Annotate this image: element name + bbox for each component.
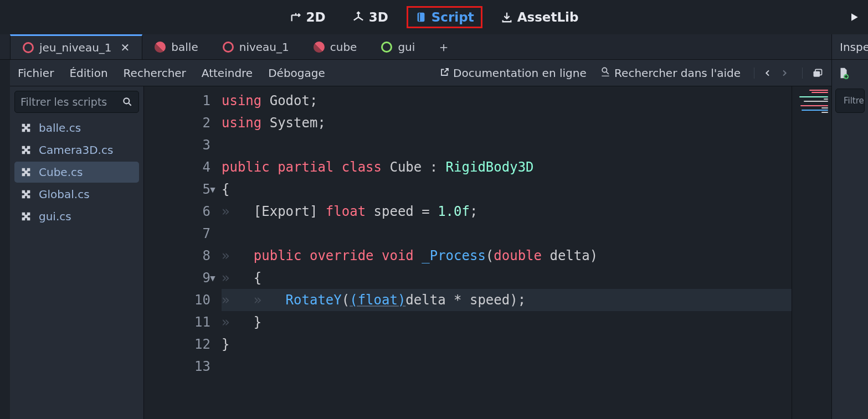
download-icon <box>501 11 513 23</box>
menu-file[interactable]: Fichier <box>18 66 54 80</box>
script-filter-input[interactable]: Filtrer les scripts <box>14 91 139 113</box>
script-sidebar: Filtrer les scripts balle.csCamera3D.csC… <box>10 86 144 419</box>
inspector-panel: Inspe Filtre <box>831 34 868 419</box>
inspector-filter-placeholder: Filtre <box>844 96 864 106</box>
minimap[interactable] <box>792 86 831 419</box>
svg-point-1 <box>602 68 607 72</box>
axes-3d-icon <box>352 11 364 23</box>
workspace-2d-label: 2D <box>306 10 326 24</box>
workspace-3d-button[interactable]: 3D <box>344 6 397 28</box>
scene-tabstrip: jeu_niveau_1 ✕ balle niveau_1 cube gui ＋ <box>0 34 868 60</box>
node-icon <box>381 42 392 53</box>
svg-point-4 <box>124 98 129 104</box>
history-back-button[interactable] <box>763 68 772 79</box>
node-icon <box>223 42 234 53</box>
code-editor[interactable]: 12345678910111213 ▾▾ using Godot;using S… <box>144 86 831 419</box>
svg-rect-2 <box>814 71 820 76</box>
scene-tab-label: gui <box>398 40 415 54</box>
add-scene-tab-button[interactable]: ＋ <box>427 34 460 59</box>
workspace-script-button[interactable]: Script <box>407 6 482 28</box>
workspace-bar: 2D 3D Script AssetLib <box>0 0 868 34</box>
scene-tab-gui[interactable]: gui <box>369 34 427 59</box>
code-line[interactable] <box>222 223 792 245</box>
stacked-windows-icon <box>811 68 824 79</box>
workspace-script-label: Script <box>432 10 474 24</box>
search-help-button[interactable]: Rechercher dans l'aide <box>600 66 741 80</box>
node-icon <box>23 42 34 53</box>
chevron-left-icon <box>763 68 772 79</box>
docs-online-button[interactable]: Documentation en ligne <box>440 66 587 80</box>
code-line[interactable]: » [Export] float speed = 1.0f; <box>222 200 792 223</box>
script-list-item-label: Global.cs <box>39 188 90 201</box>
workspace-2d-button[interactable]: 2D <box>281 6 334 28</box>
script-list-item-label: gui.cs <box>39 210 71 223</box>
csharp-script-icon <box>20 144 32 156</box>
svg-rect-0 <box>417 13 424 22</box>
code-line[interactable]: » public override void _Process(double d… <box>222 245 792 267</box>
sphere-icon <box>314 42 325 53</box>
code-line[interactable]: » } <box>222 311 792 333</box>
code-line[interactable] <box>222 355 792 377</box>
script-list-item-label: Cube.cs <box>39 165 83 179</box>
script-list-item[interactable]: Global.cs <box>14 184 139 205</box>
scene-tab-label: cube <box>330 40 357 54</box>
workspace-assetlib-button[interactable]: AssetLib <box>492 6 587 28</box>
script-menubar: Fichier Édition Rechercher Atteindre Déb… <box>10 60 831 86</box>
play-button[interactable] <box>844 7 865 28</box>
search-help-label: Rechercher dans l'aide <box>614 66 741 80</box>
sphere-icon <box>155 42 166 53</box>
scene-tab-niveau-1[interactable]: niveau_1 <box>210 34 301 59</box>
csharp-script-icon <box>20 166 32 178</box>
workspace-assetlib-label: AssetLib <box>517 10 579 24</box>
script-icon <box>415 11 427 23</box>
scene-tab-label: jeu_niveau_1 <box>39 41 112 54</box>
external-link-icon <box>440 67 450 77</box>
doc-search-icon <box>600 66 611 77</box>
code-line[interactable]: { <box>222 178 792 200</box>
fold-column: ▾▾ <box>206 90 219 377</box>
inspector-tab-label: Inspe <box>840 40 868 54</box>
file-plus-icon <box>838 66 850 80</box>
script-list-item[interactable]: Camera3D.cs <box>14 139 139 161</box>
script-filter-placeholder: Filtrer les scripts <box>20 96 107 108</box>
scene-tab-balle[interactable]: balle <box>142 34 210 59</box>
code-line[interactable]: } <box>222 333 792 355</box>
menu-search[interactable]: Rechercher <box>124 66 186 80</box>
menu-edit[interactable]: Édition <box>69 66 107 80</box>
script-list-item[interactable]: balle.cs <box>14 117 139 138</box>
script-list-item-label: balle.cs <box>39 121 81 135</box>
scene-tab-cube[interactable]: cube <box>301 34 369 59</box>
code-line[interactable]: » » RotateY((float)delta * speed); <box>222 289 792 311</box>
inspector-tab[interactable]: Inspe <box>832 34 868 60</box>
chevron-right-icon <box>780 68 789 79</box>
menu-debug[interactable]: Débogage <box>268 66 325 80</box>
workspace-3d-label: 3D <box>369 10 388 24</box>
code-line[interactable]: public partial class Cube : RigidBody3D <box>222 156 792 178</box>
history-forward-button[interactable] <box>780 68 789 79</box>
code-line[interactable]: using System; <box>222 112 792 134</box>
csharp-script-icon <box>20 188 32 200</box>
script-list-item-label: Camera3D.cs <box>39 143 113 157</box>
code-line[interactable]: using Godot; <box>222 90 792 112</box>
csharp-script-icon <box>20 210 32 223</box>
new-resource-button[interactable] <box>838 66 850 80</box>
menu-goto[interactable]: Atteindre <box>202 66 253 80</box>
play-icon <box>849 12 860 23</box>
close-icon[interactable]: ✕ <box>121 41 130 54</box>
window-layout-button[interactable] <box>802 68 824 79</box>
scene-tab-label: balle <box>171 40 198 54</box>
script-list-item[interactable]: Cube.cs <box>14 162 139 183</box>
arrow-right-angle-icon <box>290 11 302 23</box>
docs-online-label: Documentation en ligne <box>453 66 587 80</box>
code-line[interactable] <box>222 134 792 156</box>
scene-tab-label: niveau_1 <box>239 40 289 54</box>
code-line[interactable]: » { <box>222 267 792 289</box>
csharp-script-icon <box>20 122 32 134</box>
scene-tab-jeu-niveau-1[interactable]: jeu_niveau_1 ✕ <box>10 34 142 59</box>
inspector-filter-input[interactable]: Filtre <box>835 89 865 113</box>
script-list-item[interactable]: gui.cs <box>14 206 139 227</box>
search-icon <box>122 96 133 107</box>
